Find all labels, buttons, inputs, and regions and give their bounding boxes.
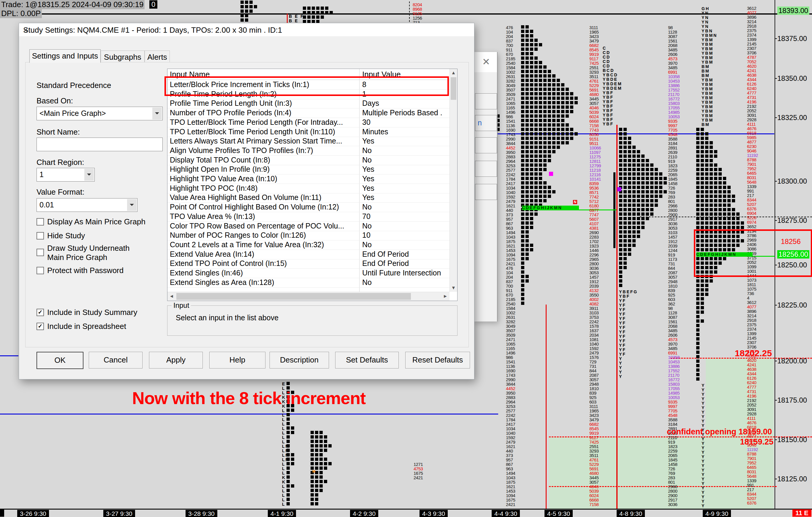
apply-button[interactable]: Apply	[149, 352, 203, 369]
axis-tick	[775, 181, 777, 182]
tpo-block-row	[521, 70, 551, 73]
volume-value: 1496	[506, 110, 515, 114]
table-row[interactable]: Value Area Highlight Based On Volume (In…	[168, 193, 450, 202]
tab-subgraphs[interactable]: Subgraphs	[100, 51, 145, 63]
volume-value: 3485	[668, 328, 677, 333]
vertical-scroll-thumb[interactable]	[451, 77, 456, 100]
chart-region-select[interactable]: 1	[36, 168, 95, 182]
table-row[interactable]: Color TPO Row Based on Percentage of POC…	[168, 221, 450, 231]
volume-value: 1561	[668, 38, 677, 43]
short-name-input[interactable]	[36, 138, 163, 151]
volume-value: 8788	[747, 158, 756, 162]
vertical-scrollbar[interactable]: ▲ ▼	[450, 69, 457, 292]
value-format-select[interactable]: 0.01	[36, 198, 138, 212]
help-button[interactable]: Help	[209, 352, 265, 369]
background-dialog-button[interactable]	[475, 184, 497, 200]
ok-button[interactable]: OK	[36, 352, 83, 369]
tpo-block-row	[521, 114, 569, 118]
table-row[interactable]: Extend Singles (In:46)Until Future Inter…	[168, 268, 450, 278]
volume-value: 2948	[589, 382, 599, 386]
horizontal-scroll-thumb[interactable]	[176, 293, 411, 300]
checkbox-label: Include in Spreadsheet	[47, 322, 126, 331]
table-row[interactable]: Profile Time Period Length Unit (In:3)Da…	[168, 99, 450, 108]
set-defaults-button[interactable]: Set Defaults	[335, 352, 399, 369]
scroll-down-icon[interactable]: ▼	[450, 285, 457, 291]
volume-value: 6668	[589, 119, 599, 123]
volume-value: 1875	[506, 480, 515, 484]
input-value-cell: Yes	[362, 184, 374, 193]
table-row[interactable]: TPO Letter/Block Time Period Length Unit…	[168, 127, 450, 137]
volume-value: 104	[506, 270, 513, 275]
input-value-cell: No	[362, 155, 372, 165]
tpo-letter-cell: Y	[701, 450, 705, 455]
chevron-down-icon[interactable]	[127, 199, 137, 211]
volume-value: 3445	[589, 475, 599, 480]
background-dialog-button[interactable]	[475, 93, 497, 109]
tab-settings-and-inputs[interactable]: Settings and Inputs	[29, 49, 100, 63]
chevron-down-icon[interactable]	[84, 169, 94, 181]
table-row[interactable]: Align Volume Profiles To TPO Profiles (I…	[168, 146, 450, 156]
background-dialog-button[interactable]: n	[475, 115, 497, 131]
table-row[interactable]: TPO Letter/Block Time Period Length (For…	[168, 118, 450, 128]
volume-value: 7952	[747, 461, 756, 465]
price-label: 18325.00	[777, 113, 807, 122]
tpo-block-row	[521, 284, 524, 287]
checkbox-checked[interactable]: ✓	[36, 323, 44, 330]
table-row[interactable]: Highlight Open In Profile (In:9)Yes	[168, 165, 450, 174]
tab-alerts[interactable]: Alerts	[145, 51, 170, 63]
tpo-block-row	[619, 279, 622, 282]
volume-value: 1784	[506, 417, 515, 422]
volume-value: 10453	[668, 359, 679, 364]
table-row[interactable]: Extend Singles as Area (In:128)No	[168, 278, 450, 288]
scroll-left-icon[interactable]: ◄	[169, 294, 174, 299]
table-row[interactable]: Point Of Control Highlight Based On Volu…	[168, 202, 450, 212]
table-row[interactable]: Count 2 Levels at a Time for Value Area …	[168, 240, 450, 250]
description-button[interactable]: Description	[269, 352, 329, 369]
close-icon[interactable]: ✕	[482, 56, 490, 67]
checkbox-unchecked[interactable]	[36, 267, 44, 274]
background-dialog-button[interactable]	[475, 161, 497, 177]
chart-marker: N	[573, 200, 577, 204]
volume-value: 1621	[506, 444, 515, 448]
table-row[interactable]: Highlight TPO Value Area (In:10)Yes	[168, 174, 450, 184]
input-name-cell: Display Total TPO Count (In:8)	[170, 155, 270, 165]
table-row[interactable]: Highlight TPO POC (In:48)Yes	[168, 184, 450, 193]
table-row[interactable]: Number of TPO Profile Periods (In:4)Mult…	[168, 108, 450, 118]
tpo-block-row	[521, 186, 551, 189]
table-row[interactable]: TPO Value Area % (In:13)70	[168, 212, 450, 222]
checkbox-checked[interactable]: ✓	[36, 309, 44, 316]
dialog-titlebar[interactable]: Study Settings: NQM4.CME #1 - Period: 1 …	[19, 23, 474, 36]
volume-value: 3091	[747, 113, 756, 117]
chevron-down-icon[interactable]	[152, 108, 162, 119]
volume-value: 1675	[413, 471, 423, 475]
input-name-cell: Highlight Open In Profile (In:9)	[170, 165, 269, 174]
horizontal-scrollbar[interactable]: ◄ ►	[168, 292, 450, 301]
scroll-right-icon[interactable]: ►	[443, 294, 448, 299]
input-value-cell: No	[362, 240, 372, 249]
cancel-button[interactable]: Cancel	[89, 352, 143, 369]
background-dialog-button[interactable]	[475, 137, 497, 153]
volume-value: 3057	[589, 480, 599, 484]
table-row[interactable]: Number of POC Ranges to Color (In:126)10	[168, 230, 450, 240]
table-row[interactable]: Letters Always Start At Primary Session …	[168, 136, 450, 146]
checkbox-unchecked[interactable]	[36, 232, 44, 240]
reset-defaults-button[interactable]: Reset Defaults	[405, 352, 470, 369]
volume-value: 2068	[668, 324, 677, 328]
tpo-block-row	[619, 145, 636, 149]
volume-value: 98	[668, 25, 673, 30]
scroll-up-icon[interactable]: ▲	[450, 70, 457, 76]
volume-value: 3253	[506, 404, 515, 409]
based-on-select[interactable]: <Main Price Graph>	[36, 107, 163, 120]
table-row[interactable]: Extend TPO Point of Control (In:15)End O…	[168, 259, 450, 269]
volume-value: 4	[747, 296, 749, 300]
close-icon[interactable]: ×	[23, 26, 470, 35]
tpo-letter-cell: L	[282, 498, 286, 502]
table-row[interactable]: Extend Value Area (In:14)End Of Period	[168, 250, 450, 260]
tpo-letter-cell: YF	[619, 317, 626, 321]
volume-value: 1457	[589, 275, 599, 279]
checkbox-unchecked[interactable]	[36, 218, 44, 225]
tpo-letter-cell: L	[282, 466, 286, 471]
tpo-letter-cell: YBM	[701, 60, 714, 64]
table-row[interactable]: Display Total TPO Count (In:8)No	[168, 155, 450, 165]
checkbox-unchecked[interactable]	[36, 249, 44, 256]
